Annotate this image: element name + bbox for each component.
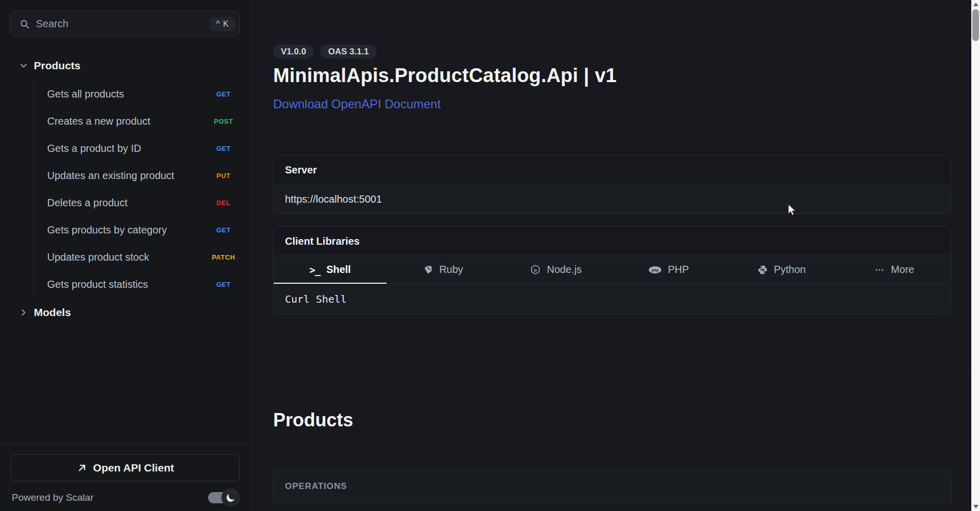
- sidebar: Search ^ K Products Gets all products GE…: [0, 0, 252, 511]
- sidebar-item-gets-product-statistics[interactable]: Gets product statistics GET: [0, 271, 251, 298]
- download-openapi-link[interactable]: Download OpenAPI Document: [273, 97, 441, 111]
- open-api-client-label: Open API Client: [93, 462, 174, 474]
- toggle-knob: [221, 488, 240, 507]
- sidebar-item-updates-an-existing-product[interactable]: Updates an existing product PUT: [0, 162, 251, 189]
- scroll-up-icon[interactable]: [971, 0, 980, 9]
- sidebar-nav: Products Gets all products GET Creates a…: [0, 37, 251, 324]
- server-card-title: Server: [274, 155, 951, 185]
- svg-text:php: php: [651, 267, 659, 272]
- python-icon: [758, 265, 768, 275]
- scrollbar-thumb[interactable]: [972, 9, 979, 41]
- nodejs-icon: js: [530, 264, 541, 275]
- operations-header: OPERATIONS: [274, 470, 951, 503]
- vertical-scrollbar[interactable]: [971, 0, 980, 511]
- sidebar-item-creates-a-new-product[interactable]: Creates a new product POST: [0, 108, 251, 135]
- tab-ruby[interactable]: Ruby: [386, 256, 499, 283]
- server-card: Server https://localhost:5001: [273, 155, 951, 214]
- products-operations-list: Gets all products GET Creates a new prod…: [0, 81, 251, 298]
- tab-php[interactable]: php PHP: [612, 256, 725, 283]
- search-placeholder: Search: [36, 18, 210, 30]
- ellipsis-icon: [874, 265, 885, 275]
- http-method-badge: PUT: [201, 172, 246, 180]
- tab-shell[interactable]: >_ Shell: [274, 256, 386, 283]
- sidebar-section-models[interactable]: Models: [0, 301, 251, 324]
- http-method-badge: POST: [201, 117, 246, 125]
- api-intro: V1.0.0 OAS 3.1.1 MinimalApis.ProductCata…: [273, 45, 951, 111]
- tab-nodejs[interactable]: js Node.js: [499, 256, 612, 283]
- section-divider: [252, 368, 971, 368]
- client-libraries-card: Client Libraries >_ Shell Ruby: [273, 226, 951, 315]
- search-icon: [19, 19, 30, 29]
- server-url: https://localhost:5001: [285, 193, 382, 205]
- client-libraries-title: Client Libraries: [274, 227, 951, 256]
- sidebar-item-gets-products-by-category[interactable]: Gets products by category GET: [0, 217, 251, 244]
- svg-text:js: js: [533, 268, 537, 272]
- sidebar-item-updates-product-stock[interactable]: Updates product stock PATCH: [0, 244, 251, 271]
- sidebar-footer: Open API Client Powered by Scalar: [0, 444, 251, 511]
- snippet-target-label[interactable]: Curl Shell: [274, 284, 951, 314]
- http-method-badge: DEL: [201, 199, 246, 207]
- search-input[interactable]: Search ^ K: [10, 11, 240, 37]
- sidebar-item-deletes-a-product[interactable]: Deletes a product DEL: [0, 189, 251, 217]
- chevron-right-icon: [18, 307, 30, 318]
- tab-python[interactable]: Python: [725, 256, 838, 283]
- scroll-down-icon[interactable]: [971, 502, 980, 511]
- dark-mode-toggle[interactable]: [208, 492, 240, 504]
- version-badge: V1.0.0: [273, 45, 314, 58]
- scalar-api-reference: Search ^ K Products Gets all products GE…: [0, 0, 971, 511]
- http-method-badge: GET: [201, 226, 246, 234]
- section-label: Products: [34, 60, 80, 72]
- ruby-icon: [423, 265, 433, 275]
- oas-version-badge: OAS 3.1.1: [320, 45, 376, 58]
- open-api-client-button[interactable]: Open API Client: [11, 454, 240, 481]
- http-method-badge: PATCH: [201, 253, 246, 261]
- main-content: V1.0.0 OAS 3.1.1 MinimalApis.ProductCata…: [252, 0, 971, 511]
- search-shortcut-badge: ^ K: [210, 17, 235, 31]
- sidebar-item-gets-a-product-by-id[interactable]: Gets a product by ID GET: [0, 135, 251, 162]
- moon-icon: [226, 493, 236, 503]
- sidebar-item-gets-all-products[interactable]: Gets all products GET: [0, 81, 251, 108]
- arrow-up-right-icon: [77, 463, 87, 473]
- sidebar-section-products[interactable]: Products: [0, 54, 251, 77]
- powered-by-scalar-link[interactable]: Powered by Scalar: [12, 492, 93, 503]
- chevron-down-icon: [18, 61, 30, 71]
- server-url-row[interactable]: https://localhost:5001: [274, 185, 951, 213]
- terminal-icon: >_: [310, 264, 320, 276]
- products-group-title: Products: [273, 409, 951, 431]
- operations-card: OPERATIONS: [273, 470, 951, 507]
- http-method-badge: GET: [201, 145, 246, 152]
- http-method-badge: GET: [201, 281, 246, 288]
- section-label: Models: [34, 306, 71, 319]
- client-library-tabs: >_ Shell Ruby js Node.: [274, 256, 951, 284]
- tab-more[interactable]: More: [838, 256, 951, 283]
- page-title: MinimalApis.ProductCatalog.Api | v1: [273, 65, 951, 87]
- http-method-badge: GET: [201, 90, 246, 98]
- php-icon: php: [648, 265, 662, 275]
